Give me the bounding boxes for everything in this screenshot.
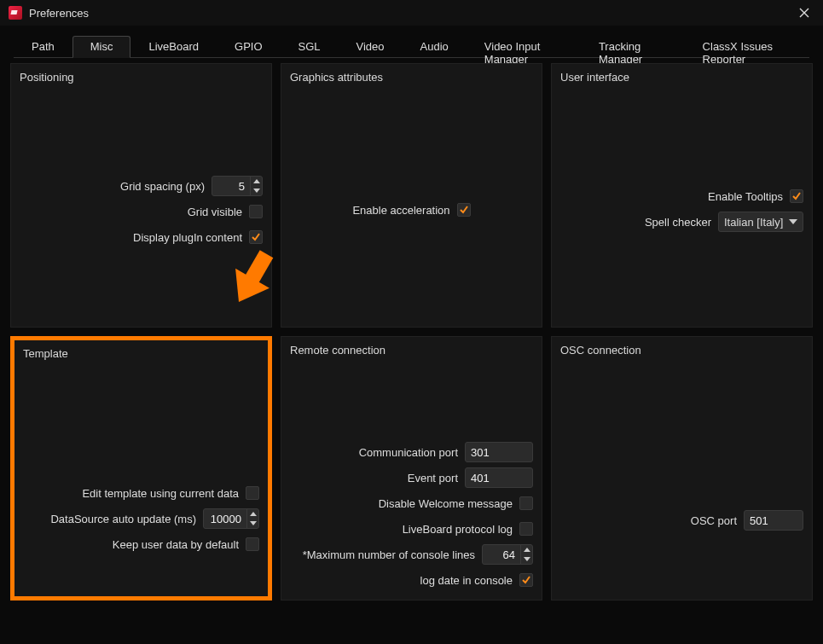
- display-plugin-label: Display plugIn content: [133, 231, 242, 244]
- tab-misc[interactable]: Misc: [72, 36, 131, 58]
- display-plugin-checkbox[interactable]: [249, 230, 263, 244]
- enable-tooltips-checkbox[interactable]: [790, 189, 803, 203]
- chevron-up-icon: [253, 179, 260, 183]
- datasource-auto-stepper[interactable]: [203, 508, 259, 529]
- event-port-field[interactable]: [465, 467, 533, 488]
- panel-title-graphics: Graphics attributes: [290, 71, 533, 84]
- max-console-lines-input[interactable]: [483, 545, 520, 564]
- grid-spacing-input[interactable]: [212, 177, 250, 195]
- log-date-console-label: log date in console: [420, 574, 513, 587]
- panel-osc: OSC connection OSC port: [551, 336, 813, 600]
- grid-visible-checkbox[interactable]: [249, 205, 263, 218]
- spell-checker-value: Italian [Italy]: [724, 216, 783, 229]
- max-console-lines-label: *Maximum number of console lines: [303, 548, 475, 561]
- panel-title-positioning: Positioning: [20, 71, 263, 84]
- chevron-down-icon: [524, 557, 530, 561]
- log-date-console-checkbox[interactable]: [519, 573, 533, 587]
- panel-title-ui: User interface: [560, 71, 803, 84]
- close-icon: [799, 8, 809, 18]
- tab-video-input-manager[interactable]: Video Input Manager: [467, 36, 581, 58]
- grid-spacing-label: Grid spacing (px): [120, 180, 205, 193]
- osc-port-input[interactable]: [745, 511, 803, 530]
- datasource-auto-down[interactable]: [247, 519, 258, 528]
- panel-title-osc: OSC connection: [560, 344, 803, 357]
- disable-welcome-checkbox[interactable]: [519, 496, 533, 510]
- max-console-lines-stepper[interactable]: [482, 544, 533, 565]
- enable-accel-checkbox[interactable]: [457, 203, 471, 217]
- panel-remote: Remote connection Communication port Eve…: [281, 336, 542, 600]
- panel-title-remote: Remote connection: [290, 344, 533, 357]
- panel-graphics: Graphics attributes Enable acceleration: [281, 63, 542, 328]
- tab-liveboard[interactable]: LiveBoard: [130, 36, 217, 58]
- close-button[interactable]: [794, 3, 814, 23]
- grid-spacing-down[interactable]: [251, 186, 262, 195]
- max-console-lines-down[interactable]: [521, 554, 532, 564]
- grid-spacing-up[interactable]: [251, 177, 262, 186]
- tab-path[interactable]: Path: [14, 36, 72, 58]
- tabs-bar: Path Misc LiveBoard GPIO SGL Video Audio…: [14, 36, 809, 58]
- tab-sgl[interactable]: SGL: [281, 36, 339, 58]
- titlebar: Preferences: [0, 0, 823, 26]
- osc-port-label: OSC port: [691, 514, 737, 527]
- panel-template: Template Edit template using current dat…: [10, 336, 272, 600]
- spell-checker-select[interactable]: Italian [Italy]: [718, 212, 803, 232]
- spell-checker-label: Spell checker: [645, 216, 711, 229]
- enable-accel-label: Enable acceleration: [352, 204, 449, 217]
- datasource-auto-up[interactable]: [247, 509, 258, 519]
- panel-ui: User interface Enable Tooltips Spell che…: [551, 63, 813, 328]
- enable-tooltips-label: Enable Tooltips: [708, 190, 783, 203]
- max-console-lines-up[interactable]: [521, 545, 532, 554]
- event-port-label: Event port: [408, 472, 458, 484]
- grid-spacing-stepper[interactable]: [212, 176, 263, 196]
- content-grid: Positioning Grid spacing (px) Grid visib…: [0, 58, 823, 609]
- panel-title-template: Template: [23, 347, 259, 360]
- comm-port-field[interactable]: [465, 442, 533, 462]
- app-icon: [9, 6, 22, 20]
- comm-port-label: Communication port: [359, 446, 458, 459]
- event-port-input[interactable]: [466, 468, 532, 487]
- edit-template-label: Edit template using current data: [82, 487, 239, 500]
- tab-audio[interactable]: Audio: [403, 36, 467, 58]
- chevron-down-icon: [789, 219, 797, 224]
- keep-user-data-label: Keep user data by default: [113, 538, 239, 551]
- datasource-auto-input[interactable]: [204, 509, 246, 528]
- disable-welcome-label: Disable Welcome message: [379, 497, 513, 510]
- tab-classx-issues-reporter[interactable]: ClassX Issues Reporter: [685, 36, 809, 58]
- tab-gpio[interactable]: GPIO: [217, 36, 281, 58]
- keep-user-data-checkbox[interactable]: [246, 537, 259, 551]
- liveboard-protocol-log-checkbox[interactable]: [519, 522, 533, 536]
- edit-template-checkbox[interactable]: [246, 486, 259, 500]
- datasource-auto-label: DataSource auto update (ms): [50, 513, 196, 525]
- window-title: Preferences: [29, 7, 794, 20]
- liveboard-protocol-log-label: LiveBoard protocol log: [403, 523, 513, 536]
- chevron-down-icon: [253, 189, 260, 193]
- chevron-down-icon: [250, 521, 257, 525]
- comm-port-input[interactable]: [466, 443, 532, 461]
- tab-video[interactable]: Video: [339, 36, 403, 58]
- chevron-up-icon: [250, 512, 257, 516]
- chevron-up-icon: [524, 548, 530, 552]
- panel-positioning: Positioning Grid spacing (px) Grid visib…: [10, 63, 272, 328]
- tab-tracking-manager[interactable]: Tracking Manager: [581, 36, 685, 58]
- osc-port-field[interactable]: [744, 510, 803, 531]
- grid-visible-label: Grid visible: [188, 206, 242, 218]
